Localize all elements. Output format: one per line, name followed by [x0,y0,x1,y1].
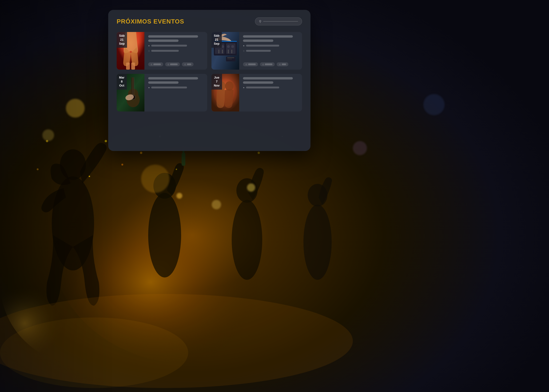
location-icon: ● [148,44,150,47]
svg-rect-27 [126,63,130,70]
clock-icon: ○ [243,49,245,52]
location-line [246,87,279,88]
clock-icon: ○ [148,49,150,52]
event-location-row: ● [243,44,298,47]
event-card[interactable]: Sáb 21 Sep [117,32,207,70]
bokeh-light [353,141,367,155]
event-time-row: ○ [243,49,298,52]
location-line [151,45,187,47]
event-location-row: ● [148,44,204,47]
app-panel: PRÓXIMOS EVENTOS ⚲ Sáb 21 Sep [108,10,310,151]
event-day-name: Sáb [119,34,125,37]
svg-point-35 [227,45,230,48]
music-icon: ♫ [151,63,152,66]
event-title-line [148,77,198,79]
event-image: Sáb 21 Sep [117,32,144,70]
time-line [151,50,179,52]
svg-rect-32 [226,43,235,54]
music-icon: ♫ [262,63,264,66]
event-content: ● [144,74,207,112]
event-date-badge: Sáb 21 Sep [117,32,127,48]
music-icon: ♫ [168,63,169,66]
music-tags: ♫ ♫ ♫ [148,62,204,66]
music-tag: ♫ [243,62,258,66]
search-bar-line [263,21,298,22]
location-icon: ● [243,44,245,47]
event-card[interactable]: Jue 7 Nov [211,74,302,112]
music-tag: ♫ [148,62,163,66]
panel-header: PRÓXIMOS EVENTOS ⚲ [117,17,302,25]
svg-rect-28 [131,63,135,70]
event-day: 8 [121,80,123,83]
svg-rect-43 [227,57,234,58]
tag-text-line [187,63,191,65]
music-tags: ♫ ♫ ♫ [243,62,298,66]
event-location-row: ● [243,86,298,89]
tag-text-line [170,63,178,65]
bokeh-light [141,165,169,193]
events-grid: Sáb 21 Sep [117,32,302,112]
event-subtitle-line [148,81,178,84]
svg-point-36 [231,45,234,48]
music-tag: ♫ [277,62,288,66]
search-bar[interactable]: ⚲ [255,17,302,25]
event-date-badge: Jue 7 Nov [211,74,222,90]
music-tag: ♫ [182,62,194,66]
music-icon: ♫ [245,63,247,66]
event-day-name: Jue [214,76,219,79]
svg-rect-39 [228,50,229,53]
tag-text-line [265,63,272,65]
event-day: 21 [215,38,218,41]
event-image: Jue 7 Nov [211,74,239,112]
left-fade [0,0,113,392]
music-icon: ♫ [184,63,186,66]
bokeh-light [423,94,444,115]
event-content: ● ○ ♫ ♫ ♫ [144,32,207,70]
tag-text-line [153,63,161,65]
event-month: Sep [119,42,125,45]
bokeh-light [247,183,255,192]
svg-rect-44 [227,59,232,59]
svg-rect-38 [222,50,223,53]
event-subtitle-line [148,40,178,42]
location-line [151,87,187,88]
music-tag: ♫ [260,62,275,66]
event-day-name: Sáb [214,34,219,37]
event-date-badge: Sáb 21 Sep [211,32,222,48]
event-content: ● [239,74,302,112]
event-date-badge: Mar 8 Oct [117,74,127,90]
event-location-row: ● [148,86,204,89]
event-title-line [148,35,198,38]
event-month: Nov [214,84,220,87]
event-card[interactable]: Mar 8 Oct [117,74,207,112]
event-day-name: Mar [119,76,124,79]
event-content: ● ○ ♫ ♫ ♫ [239,32,302,70]
event-day: 21 [120,38,124,41]
event-subtitle-line [243,81,273,84]
event-month: Sep [214,42,219,45]
bokeh-light [212,200,221,209]
svg-rect-40 [232,50,232,53]
event-month: Oct [119,84,124,87]
music-tag: ♫ [165,62,180,66]
event-subtitle-line [243,40,273,42]
tag-text-line [248,63,256,65]
event-time-row: ○ [148,49,204,52]
event-title-line [243,77,293,79]
event-image: Mar 8 Oct [117,74,144,112]
location-line [246,45,279,47]
event-title-line [243,35,293,38]
music-icon: ♫ [279,63,281,66]
event-image: Sáb 21 Sep [211,32,239,70]
event-card[interactable]: Sáb 21 Sep [211,32,302,70]
tag-text-line [282,63,286,65]
bokeh-light [176,193,182,199]
svg-rect-37 [218,50,219,53]
time-line [246,50,271,52]
page-title: PRÓXIMOS EVENTOS [117,18,184,25]
event-day: 7 [216,80,218,83]
location-icon: ● [148,86,150,89]
location-icon: ● [243,86,245,89]
search-icon: ⚲ [259,20,261,23]
